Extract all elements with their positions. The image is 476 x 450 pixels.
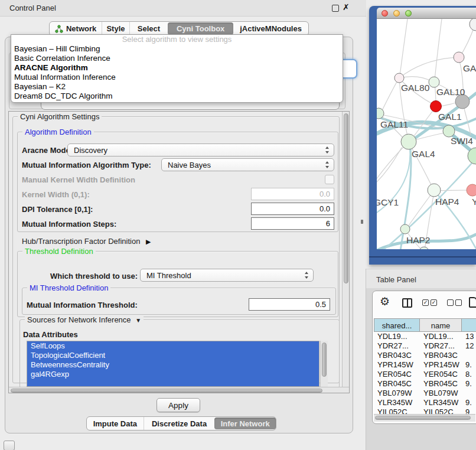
kernel-width-field[interactable] bbox=[251, 188, 334, 200]
scrollbar-thumb[interactable] bbox=[344, 113, 348, 283]
close-panel-icon[interactable]: ✗ bbox=[343, 2, 350, 12]
tab-infer-network[interactable]: Infer Network bbox=[214, 418, 276, 429]
table-cell: 12 bbox=[462, 341, 476, 351]
table-row[interactable]: YDR27...YDR27...12 bbox=[374, 341, 476, 351]
network-window-title-bar[interactable] bbox=[377, 8, 476, 19]
scrollbar-thumb[interactable] bbox=[322, 343, 327, 377]
manual-kernel-checkbox[interactable] bbox=[325, 175, 334, 184]
tab-cyni-toolbox[interactable]: Cyni Toolbox bbox=[168, 22, 233, 35]
tab-select[interactable]: Select bbox=[129, 22, 168, 35]
which-threshold-combo[interactable]: MI Threshold bbox=[140, 269, 314, 282]
column-header-name[interactable]: name bbox=[420, 318, 462, 332]
mi-steps-field[interactable] bbox=[251, 217, 334, 230]
close-button[interactable] bbox=[382, 10, 388, 17]
network-node[interactable] bbox=[419, 247, 429, 249]
aracne-mode-combo[interactable]: Discovery bbox=[67, 144, 334, 156]
network-edge[interactable] bbox=[377, 148, 402, 190]
network-edge[interactable] bbox=[399, 57, 459, 78]
table-row[interactable]: YBR045CYBR045C9. bbox=[374, 379, 476, 389]
table-cell: YDR27... bbox=[374, 341, 420, 351]
algorithm-option-mutual-information-inference[interactable]: Mutual Information Inference bbox=[11, 73, 343, 82]
checked-box-icon: ✓ bbox=[422, 299, 429, 306]
mi-algorithm-type-combo[interactable]: Naive Bayes bbox=[161, 158, 334, 171]
tab-impute-data[interactable]: Impute Data bbox=[87, 417, 144, 430]
which-threshold-label: Which threshold to use: bbox=[48, 272, 138, 281]
network-edge[interactable] bbox=[435, 19, 442, 80]
unchecked-box-icon bbox=[455, 299, 462, 306]
table-row[interactable]: YIL052CYIL052C9 bbox=[374, 407, 476, 414]
settings-vertical-scrollbar[interactable] bbox=[342, 112, 350, 387]
data-attributes-list: SelfLoopsTopologicalCoefficientBetweenne… bbox=[27, 341, 319, 387]
network-node[interactable] bbox=[401, 134, 416, 149]
section-divider bbox=[366, 269, 366, 450]
network-node[interactable] bbox=[454, 52, 464, 63]
network-node[interactable] bbox=[443, 125, 455, 137]
column-layout-icon[interactable] bbox=[402, 298, 412, 308]
network-node[interactable] bbox=[395, 73, 404, 83]
splitter-handle[interactable] bbox=[361, 220, 363, 224]
algorithm-option-dream8-dc-tdc-algorithm[interactable]: Dream8 DC_TDC Algorithm bbox=[11, 92, 343, 101]
table-panel-title-bar: Table Panel bbox=[366, 269, 476, 288]
tab-label: Infer Network bbox=[221, 419, 270, 428]
apply-button[interactable]: Apply bbox=[157, 398, 200, 412]
tab-jactivemnodules[interactable]: jActiveMNodules bbox=[233, 22, 308, 35]
table-row[interactable]: YPR145WYPR145W9. bbox=[374, 360, 476, 370]
minimized-panel-button[interactable] bbox=[4, 441, 15, 450]
network-edge[interactable] bbox=[382, 79, 399, 112]
table-cell: YBR045C bbox=[374, 379, 420, 389]
table-row[interactable]: YDL19...YDL19...13 bbox=[374, 332, 476, 341]
tab-network[interactable]: Network bbox=[50, 22, 102, 35]
algorithm-option-bayesian-hill-climbing[interactable]: Bayesian – Hill Climbing bbox=[11, 44, 343, 54]
attribute-item-topologicalcoefficient[interactable]: TopologicalCoefficient bbox=[27, 351, 319, 360]
network-canvas[interactable]: GALGAL80GAL10GAL1GAL11SWI4GAL4GCY1HAP4YH… bbox=[377, 19, 476, 249]
table-row[interactable]: YBR043CYBR043C bbox=[374, 351, 476, 360]
attribute-item-partial[interactable] bbox=[27, 379, 319, 387]
export-table-icon[interactable] bbox=[469, 297, 476, 308]
settings-horizontal-scrollbar[interactable] bbox=[9, 387, 350, 393]
column-header-shared[interactable]: shared... bbox=[374, 318, 420, 332]
hub-definition-toggle[interactable]: Hub/Transcription Factor Definition ▶ bbox=[22, 237, 151, 246]
minimize-button[interactable] bbox=[393, 10, 400, 17]
table-cell bbox=[462, 389, 476, 398]
attribute-item-gal4rgexp[interactable]: gal4RGexp bbox=[27, 370, 319, 379]
show-checked-columns-icon[interactable]: ✓ ✓ bbox=[422, 299, 437, 306]
algorithm-option-bayesian-k2[interactable]: Bayesian – K2 bbox=[11, 82, 343, 92]
network-node[interactable] bbox=[431, 101, 442, 112]
network-edge[interactable] bbox=[400, 19, 407, 76]
hide-columns-icon[interactable] bbox=[447, 299, 462, 306]
network-node[interactable] bbox=[400, 224, 410, 234]
gear-icon[interactable]: ⚙ bbox=[380, 295, 390, 308]
kernel-width-label: Kernel Width (0,1): bbox=[22, 190, 90, 199]
table-cell: YBL079W bbox=[374, 389, 420, 398]
table-cell: YBR043C bbox=[374, 351, 420, 360]
algorithm-option-basic-correlation-inference[interactable]: Basic Correlation Inference bbox=[11, 54, 343, 63]
table-row[interactable]: YLR345WYLR345W9. bbox=[374, 398, 476, 407]
algorithm-dropdown: Select algorithm to view settings Bayesi… bbox=[11, 34, 343, 103]
table-row[interactable]: YBL079WYBL079W bbox=[374, 389, 476, 398]
scrollbar-thumb[interactable] bbox=[11, 389, 322, 393]
network-node[interactable] bbox=[429, 77, 439, 87]
attribute-item-selfloops[interactable]: SelfLoops bbox=[27, 341, 319, 351]
network-node[interactable] bbox=[470, 19, 476, 31]
table-cell: YIL052C bbox=[374, 407, 420, 414]
tab-discretize-data[interactable]: Discretize Data bbox=[144, 417, 215, 430]
table-cell bbox=[462, 351, 476, 360]
dpi-tolerance-field[interactable] bbox=[251, 203, 334, 215]
node-label-swi4: SWI4 bbox=[451, 136, 473, 146]
attributes-scrollbar[interactable] bbox=[320, 341, 328, 387]
table-horizontal-scrollbar[interactable] bbox=[374, 414, 475, 422]
attribute-item-betweennesscentrality[interactable]: BetweennessCentrality bbox=[27, 360, 319, 370]
table-row[interactable]: YER054CYER054C8. bbox=[374, 370, 476, 379]
mi-threshold-field[interactable] bbox=[249, 298, 330, 311]
table-cell: 13 bbox=[462, 332, 476, 341]
column-header-cut[interactable] bbox=[462, 318, 476, 332]
float-panel-icon[interactable] bbox=[332, 5, 339, 12]
sources-toggle[interactable]: Sources for Network Inference ▼ bbox=[25, 315, 144, 325]
zoom-button[interactable] bbox=[405, 10, 412, 17]
tab-style[interactable]: Style bbox=[102, 22, 129, 35]
window-controls bbox=[382, 10, 412, 17]
scrollbar-thumb[interactable] bbox=[375, 416, 471, 420]
network-node[interactable] bbox=[467, 184, 476, 196]
algorithm-option-aracne-algorithm[interactable]: ARACNE Algorithm bbox=[11, 63, 343, 73]
network-node[interactable] bbox=[428, 184, 441, 197]
